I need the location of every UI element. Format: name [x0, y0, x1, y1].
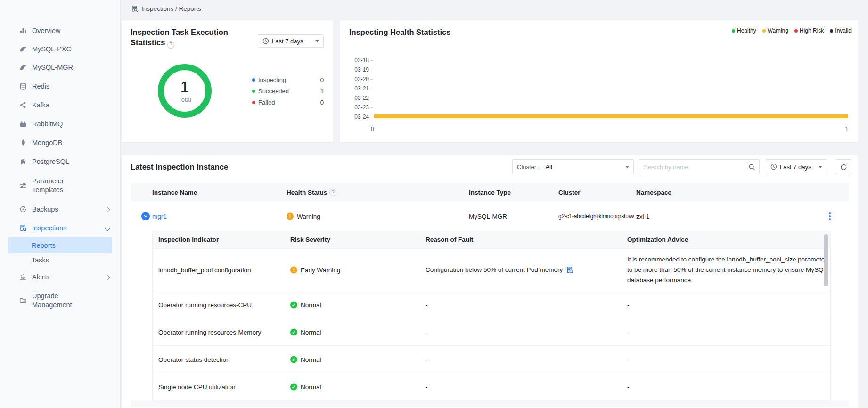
warning-bar-03-24[interactable]: [374, 114, 848, 118]
advice-cell: -: [627, 301, 630, 308]
table-time-filter-select[interactable]: Last 7 days: [766, 159, 827, 174]
table-header-row: Instance Name Health Status? Instance Ty…: [131, 183, 849, 201]
legend-value: 1: [320, 88, 324, 95]
legend-item-high-risk[interactable]: High Risk: [794, 27, 824, 34]
task-time-filter-select[interactable]: Last 7 days: [258, 34, 324, 48]
legend-item-healthy[interactable]: Healthy: [732, 27, 756, 34]
legend-item-succeeded[interactable]: Succeeded 1: [252, 85, 324, 97]
reason-cell: Configuration below 50% of current Pod m…: [426, 266, 573, 274]
health-status-text: Warning: [297, 212, 320, 220]
sidebar-item-parameter-templates[interactable]: Parameter Templates: [0, 172, 121, 199]
sidebar-item-overview[interactable]: Overview: [0, 21, 121, 40]
sidebar-item-label: Parameter Templates: [32, 177, 96, 195]
sidebar-item-redis[interactable]: Redis: [0, 77, 121, 96]
legend-label: Healthy: [737, 27, 756, 34]
subtable-row: Operator running resources-Memory ✓Norma…: [153, 318, 830, 345]
time-filter-value: Last 7 days: [272, 38, 303, 45]
help-icon[interactable]: ?: [329, 189, 336, 196]
y-axis-line: [374, 56, 374, 122]
chevron-down-icon: [106, 224, 109, 232]
advice-cell: It is recommended to configure the innod…: [627, 254, 830, 286]
sidebar-item-alerts[interactable]: Alerts: [0, 268, 121, 286]
x-axis-label-max: 1: [843, 126, 851, 132]
elephant-icon: [19, 158, 27, 166]
sidebar-item-label: Kafka: [32, 101, 121, 110]
risk-cell: ✓Normal: [290, 328, 321, 335]
legend-dot: [830, 29, 833, 33]
cluster-filter-select[interactable]: Cluster : All: [512, 159, 634, 174]
advice-cell: -: [627, 383, 630, 390]
health-stats-card: Inspecting Health Statistics Healthy War…: [340, 20, 858, 142]
breadcrumb-text[interactable]: Inspections / Reports: [141, 5, 201, 12]
sidebar-item-upgrade-management[interactable]: Upgrade Management: [0, 287, 121, 314]
col-optimization-advice: Optimization Advice: [627, 231, 688, 248]
collapse-row-button[interactable]: [141, 212, 150, 220]
donut-inner-ring: [164, 70, 205, 112]
table-row: mgr1 ! Warning MySQL-MGR g2-c1-abcdefghi…: [131, 201, 849, 231]
layers-icon: [19, 82, 27, 90]
search-icon[interactable]: [748, 163, 755, 171]
alarm-icon: [19, 273, 27, 281]
y-axis-tick: 03-20: [340, 76, 369, 82]
sidebar-item-label: Inspections: [32, 224, 106, 233]
sidebar-item-mysql-pxc[interactable]: MySQL-PXC: [0, 40, 121, 58]
risk-text: Early Warning: [301, 266, 340, 273]
clock-icon: [262, 38, 269, 44]
legend-label: Inspecting: [258, 76, 286, 83]
health-legend: Healthy Warning High Risk Invalid: [732, 27, 852, 34]
legend-dot: [252, 78, 255, 82]
advice-cell: -: [627, 356, 630, 363]
sidebar-item-kafka[interactable]: Kafka: [0, 96, 121, 114]
report-detail-icon[interactable]: [566, 266, 573, 274]
subtable-scrollbar[interactable]: [824, 234, 828, 286]
health-status-cell: ! Warning: [287, 212, 320, 220]
legend-item-inspecting[interactable]: Inspecting 0: [252, 74, 324, 85]
search-input[interactable]: [644, 163, 743, 171]
instance-type-cell: MySQL-MGR: [469, 212, 507, 220]
col-health-status: Health Status?: [287, 183, 336, 201]
legend-item-warning[interactable]: Warning: [762, 27, 788, 34]
legend-label: Invalid: [835, 27, 852, 34]
legend-value: 0: [320, 99, 324, 106]
clock-icon: [770, 163, 777, 170]
sidebar-item-label: Alerts: [32, 273, 106, 282]
next-row-strip: [131, 400, 849, 407]
legend-label: Succeeded: [258, 88, 289, 95]
legend-dot: [732, 29, 735, 33]
risk-cell: ✓Normal: [290, 301, 321, 308]
sidebar-item-mysql-mgr[interactable]: MySQL-MGR: [0, 58, 121, 77]
help-icon[interactable]: ?: [167, 41, 174, 49]
col-cluster: Cluster: [558, 183, 581, 201]
legend-item-failed[interactable]: Failed 0: [252, 97, 324, 108]
sidebar-item-backups[interactable]: Backups: [0, 200, 121, 219]
row-actions-menu-button[interactable]: [827, 211, 833, 222]
col-inspection-indicator: Inspection Indicator: [158, 231, 219, 248]
subtable-row: Operator status detection ✓Normal - -: [153, 345, 830, 373]
indicator-cell: Single node CPU utilization: [158, 383, 236, 390]
sidebar-item-tasks[interactable]: Tasks: [0, 251, 121, 269]
sidebar-item-mongodb[interactable]: MongoDB: [0, 133, 121, 152]
col-risk-severity: Risk Severity: [290, 231, 330, 248]
card-title: Inspection Task Execution Statistics ?: [131, 27, 237, 49]
caret-down-icon: [625, 166, 629, 168]
donut-chart: 1 Total: [158, 64, 212, 118]
subtable-row: innodb_buffer_pool configuration ! Early…: [153, 248, 830, 291]
y-axis-tick: 03-22: [340, 95, 369, 101]
folder-gear-icon: [19, 297, 27, 305]
sidebar-item-inspections[interactable]: Inspections: [0, 219, 121, 237]
y-axis-tick: 03-23: [340, 104, 369, 111]
refresh-button[interactable]: [836, 159, 851, 174]
task-stats-card: Inspection Task Execution Statistics ? L…: [122, 20, 333, 142]
sidebar-item-rabbitmq[interactable]: RabbitMQ: [0, 114, 121, 133]
caret-down-icon: [315, 40, 319, 42]
sidebar-item-postgresql[interactable]: PostgreSQL: [0, 152, 121, 171]
sidebar-item-label: Overview: [32, 26, 121, 35]
legend-item-invalid[interactable]: Invalid: [830, 27, 852, 34]
search-box: [639, 159, 760, 174]
legend-dot: [762, 29, 766, 33]
sidebar-item-label: MySQL-MGR: [32, 63, 121, 72]
instance-name-link[interactable]: mgr1: [152, 212, 167, 220]
advice-cell: -: [627, 328, 630, 335]
indicator-cell: Operator running resources-Memory: [158, 328, 261, 335]
warning-icon: !: [287, 212, 294, 220]
